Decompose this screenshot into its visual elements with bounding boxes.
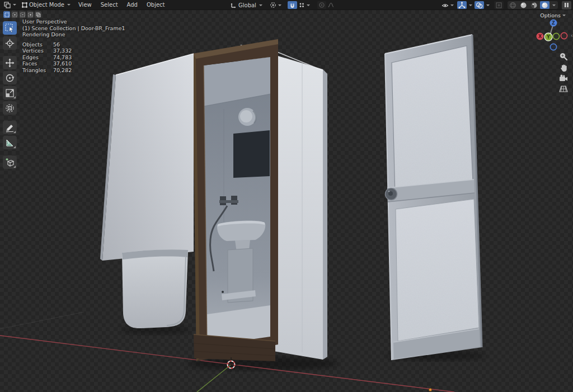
pause-render-button[interactable] bbox=[562, 1, 571, 10]
viewport-header: Object Mode View Select Add Object Globa… bbox=[0, 0, 573, 10]
gizmo-axis-z-neg[interactable] bbox=[550, 44, 556, 50]
tool-measure[interactable] bbox=[3, 136, 17, 149]
gizmo-axis-y[interactable]: Y bbox=[544, 33, 552, 41]
object-visibility-dropdown[interactable] bbox=[440, 1, 457, 9]
show-overlays-toggle[interactable] bbox=[475, 1, 484, 9]
cursor-tool-icon bbox=[5, 39, 15, 48]
shading-material-button[interactable] bbox=[529, 1, 539, 9]
zoom-magnifier-icon bbox=[559, 52, 568, 61]
select-box-icon bbox=[5, 23, 15, 33]
3d-viewport[interactable]: User Perspective (1) Scene Collection | … bbox=[0, 10, 573, 392]
gizmo-axis-z[interactable]: Z bbox=[550, 20, 557, 27]
chevron-down-icon bbox=[278, 4, 281, 6]
gizmo-dropdown-chevron[interactable] bbox=[469, 4, 472, 6]
shading-wireframe-button[interactable] bbox=[508, 1, 518, 9]
tool-scale[interactable] bbox=[3, 86, 17, 100]
rendered-sphere-icon bbox=[541, 2, 548, 9]
snap-settings-dropdown[interactable] bbox=[297, 1, 313, 9]
proportional-editing-toggle[interactable] bbox=[317, 1, 326, 9]
mode-selector[interactable]: Object Mode bbox=[20, 1, 73, 9]
camera-icon bbox=[559, 74, 568, 82]
select-mode-options bbox=[3, 11, 41, 18]
tool-rotate[interactable] bbox=[3, 71, 17, 84]
pan-hand-icon bbox=[560, 64, 568, 72]
pause-icon bbox=[564, 2, 569, 8]
stat-edges: Edges74,783 bbox=[22, 54, 125, 61]
select-mode-intersect[interactable] bbox=[35, 11, 41, 18]
wireframe-sphere-icon bbox=[509, 2, 516, 9]
pan-view-button[interactable] bbox=[557, 63, 570, 73]
object-mode-icon bbox=[21, 2, 28, 8]
snap-toggle[interactable] bbox=[288, 1, 297, 9]
falloff-curve-icon bbox=[327, 2, 334, 8]
gizmo-axis-y-neg[interactable] bbox=[553, 33, 559, 39]
select-mode-invert[interactable] bbox=[27, 11, 34, 18]
subtool-indicator bbox=[13, 146, 16, 148]
tool-move[interactable] bbox=[3, 56, 17, 69]
sidebar-toggle-arrow[interactable]: ‹ bbox=[571, 32, 573, 39]
select-mode-extend[interactable] bbox=[11, 11, 18, 18]
transform-tool-icon bbox=[5, 103, 15, 113]
mode-label: Object Mode bbox=[29, 2, 64, 8]
menu-add[interactable]: Add bbox=[123, 1, 142, 8]
door-lower-panel bbox=[396, 199, 479, 341]
proportional-editing-icon bbox=[318, 2, 325, 8]
camera-view-button[interactable] bbox=[557, 73, 570, 83]
shading-rendered-button[interactable] bbox=[540, 1, 549, 9]
overlays-dropdown-chevron[interactable] bbox=[486, 4, 490, 6]
gizmo-axis-x-neg[interactable] bbox=[561, 32, 567, 39]
tool-cursor[interactable] bbox=[3, 36, 17, 50]
select-extend-icon bbox=[12, 12, 17, 17]
stat-objects: Objects56 bbox=[22, 41, 125, 48]
rotate-tool-icon bbox=[5, 73, 15, 83]
view-perspective-label: User Perspective bbox=[22, 18, 125, 25]
gizmo-x-label: X bbox=[538, 34, 542, 39]
orientation-label: Global bbox=[238, 2, 256, 8]
bathtub[interactable] bbox=[122, 249, 188, 328]
overlays-icon bbox=[476, 2, 483, 9]
chevron-down-icon bbox=[450, 4, 454, 6]
shading-solid-button[interactable] bbox=[519, 1, 528, 9]
gizmo-icon bbox=[458, 2, 466, 9]
tool-bar bbox=[3, 21, 17, 171]
subtool-indicator bbox=[13, 166, 16, 168]
detached-door[interactable] bbox=[385, 35, 482, 360]
gizmo-axis-x[interactable]: X bbox=[537, 33, 544, 40]
select-set-icon bbox=[4, 12, 10, 17]
chevron-down-icon bbox=[307, 4, 310, 6]
menu-object[interactable]: Object bbox=[143, 1, 169, 8]
editor-type-button[interactable] bbox=[3, 1, 19, 9]
menu-select[interactable]: Select bbox=[97, 1, 122, 8]
show-gizmo-toggle[interactable] bbox=[457, 1, 467, 9]
chevron-down-icon bbox=[259, 4, 262, 6]
perspective-grid-icon bbox=[559, 85, 568, 93]
tool-annotate[interactable] bbox=[3, 121, 17, 134]
navigation-gizmo[interactable]: Z X Y bbox=[536, 16, 572, 56]
select-mode-subtract[interactable] bbox=[19, 11, 26, 18]
select-subtract-icon bbox=[20, 12, 25, 17]
gizmo-y-label: Y bbox=[546, 35, 550, 40]
xray-toggle[interactable] bbox=[494, 1, 504, 9]
object-origin-dot bbox=[429, 388, 431, 391]
gizmo-z-label: Z bbox=[552, 21, 555, 26]
pivot-point-dropdown[interactable] bbox=[269, 1, 284, 9]
zoom-view-button[interactable] bbox=[557, 51, 570, 62]
transform-orientation-dropdown[interactable]: Global bbox=[229, 1, 265, 9]
move-tool-icon bbox=[5, 58, 15, 68]
visibility-eye-icon bbox=[442, 2, 449, 9]
tool-select-box[interactable] bbox=[3, 21, 17, 35]
wall-panel[interactable] bbox=[100, 54, 194, 261]
shading-dropdown-chevron[interactable] bbox=[552, 4, 556, 6]
tool-transform[interactable] bbox=[3, 101, 17, 115]
viewport-info-overlay: User Perspective (1) Scene Collection | … bbox=[22, 18, 125, 73]
select-mode-set[interactable] bbox=[3, 11, 10, 18]
tool-add-cube[interactable] bbox=[3, 155, 17, 169]
bathroom-unit-pod[interactable] bbox=[192, 39, 327, 361]
toggle-orthographic-button[interactable] bbox=[557, 84, 570, 94]
menu-view[interactable]: View bbox=[74, 1, 96, 8]
3d-viewport-editor-icon bbox=[4, 1, 11, 8]
subtool-indicator bbox=[13, 131, 16, 133]
stat-vertices: Vertices37,332 bbox=[22, 48, 125, 54]
proportional-falloff-dropdown[interactable] bbox=[326, 1, 335, 9]
chevron-down-icon bbox=[13, 4, 16, 6]
